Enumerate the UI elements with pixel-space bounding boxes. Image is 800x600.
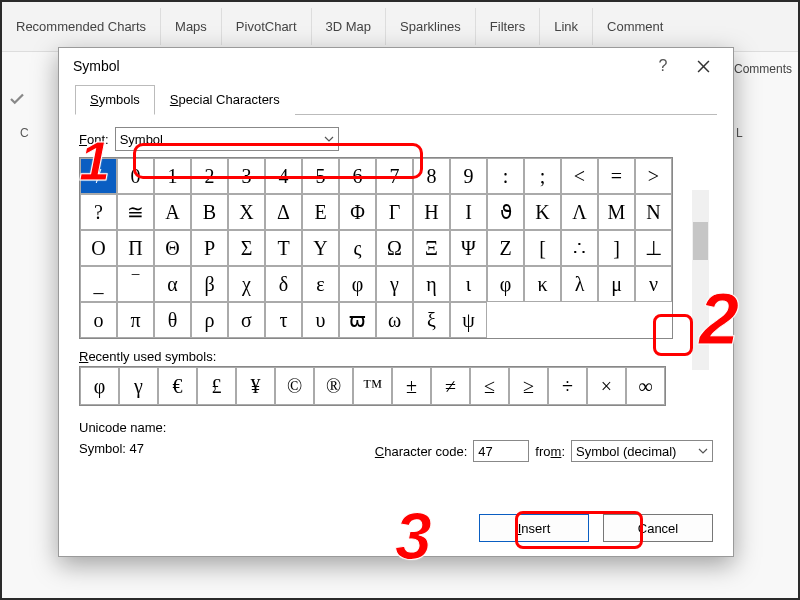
symbol-cell[interactable]: 4 bbox=[265, 158, 302, 194]
tab-special-characters[interactable]: Special Characters bbox=[155, 85, 295, 115]
ribbon-group[interactable]: Filters bbox=[486, 4, 529, 49]
symbol-cell[interactable]: ϖ bbox=[339, 302, 376, 338]
symbol-cell[interactable]: 7 bbox=[376, 158, 413, 194]
symbol-cell[interactable]: ] bbox=[598, 230, 635, 266]
symbol-cell[interactable]: α bbox=[154, 266, 191, 302]
tab-symbols[interactable]: Symbols bbox=[75, 85, 155, 115]
recent-symbol-cell[interactable]: ÷ bbox=[548, 367, 587, 405]
symbol-cell[interactable]: ∴ bbox=[561, 230, 598, 266]
recent-symbol-cell[interactable]: ™ bbox=[353, 367, 392, 405]
symbol-cell[interactable]: φ bbox=[339, 266, 376, 302]
symbol-cell[interactable]: Θ bbox=[154, 230, 191, 266]
font-combobox[interactable]: Symbol bbox=[115, 127, 339, 151]
symbol-cell[interactable]: ‾ bbox=[117, 266, 154, 302]
recent-symbol-cell[interactable]: ∞ bbox=[626, 367, 665, 405]
symbol-cell[interactable]: ν bbox=[635, 266, 672, 302]
ribbon-group[interactable]: Sparklines bbox=[396, 4, 465, 49]
symbol-cell[interactable]: ο bbox=[80, 302, 117, 338]
symbol-cell[interactable]: Ν bbox=[635, 194, 672, 230]
symbol-cell[interactable]: ξ bbox=[413, 302, 450, 338]
symbol-cell[interactable]: Π bbox=[117, 230, 154, 266]
symbol-cell[interactable]: 1 bbox=[154, 158, 191, 194]
symbol-cell[interactable]: 3 bbox=[228, 158, 265, 194]
symbol-cell[interactable]: χ bbox=[228, 266, 265, 302]
symbol-cell[interactable]: Γ bbox=[376, 194, 413, 230]
comments-button[interactable]: Comments bbox=[734, 62, 792, 76]
recent-symbol-cell[interactable]: ≠ bbox=[431, 367, 470, 405]
symbol-cell[interactable]: Β bbox=[191, 194, 228, 230]
ribbon-group[interactable]: PivotChart bbox=[232, 4, 301, 49]
recent-symbol-cell[interactable]: ≥ bbox=[509, 367, 548, 405]
symbol-cell[interactable]: η bbox=[413, 266, 450, 302]
symbol-cell[interactable]: ? bbox=[80, 194, 117, 230]
recent-symbol-cell[interactable]: ® bbox=[314, 367, 353, 405]
column-header[interactable]: L bbox=[736, 126, 743, 140]
symbol-cell[interactable]: = bbox=[598, 158, 635, 194]
symbol-cell[interactable]: Α bbox=[154, 194, 191, 230]
symbol-cell[interactable]: ω bbox=[376, 302, 413, 338]
cancel-button[interactable]: Cancel bbox=[603, 514, 713, 542]
symbol-cell[interactable]: 6 bbox=[339, 158, 376, 194]
symbol-cell[interactable]: δ bbox=[265, 266, 302, 302]
symbol-cell[interactable]: ς bbox=[339, 230, 376, 266]
symbol-cell[interactable]: ≅ bbox=[117, 194, 154, 230]
symbol-cell[interactable]: [ bbox=[524, 230, 561, 266]
symbol-cell[interactable]: κ bbox=[524, 266, 561, 302]
symbol-cell[interactable]: Ξ bbox=[413, 230, 450, 266]
symbol-cell[interactable]: 2 bbox=[191, 158, 228, 194]
symbol-cell[interactable]: Ο bbox=[80, 230, 117, 266]
symbol-cell[interactable]: Ι bbox=[450, 194, 487, 230]
help-button[interactable]: ? bbox=[643, 51, 683, 81]
symbol-cell[interactable]: ι bbox=[450, 266, 487, 302]
character-code-input[interactable] bbox=[473, 440, 529, 462]
symbol-cell[interactable]: < bbox=[561, 158, 598, 194]
symbol-cell[interactable]: Λ bbox=[561, 194, 598, 230]
symbol-cell[interactable]: Ζ bbox=[487, 230, 524, 266]
symbol-cell[interactable]: γ bbox=[376, 266, 413, 302]
recent-symbol-cell[interactable]: £ bbox=[197, 367, 236, 405]
recent-symbol-cell[interactable]: € bbox=[158, 367, 197, 405]
ribbon-group[interactable]: Recommended Charts bbox=[12, 4, 150, 49]
symbol-cell[interactable]: Ψ bbox=[450, 230, 487, 266]
symbol-cell[interactable]: Σ bbox=[228, 230, 265, 266]
ribbon-group[interactable]: Comment bbox=[603, 4, 667, 49]
recent-symbol-cell[interactable]: × bbox=[587, 367, 626, 405]
symbol-cell[interactable]: β bbox=[191, 266, 228, 302]
symbol-cell[interactable]: 8 bbox=[413, 158, 450, 194]
symbol-cell[interactable]: Δ bbox=[265, 194, 302, 230]
close-button[interactable] bbox=[683, 51, 723, 81]
symbol-cell[interactable]: Η bbox=[413, 194, 450, 230]
symbol-cell[interactable]: ; bbox=[524, 158, 561, 194]
symbol-cell[interactable]: μ bbox=[598, 266, 635, 302]
symbol-cell[interactable]: ρ bbox=[191, 302, 228, 338]
symbol-cell[interactable]: Μ bbox=[598, 194, 635, 230]
symbol-cell[interactable]: σ bbox=[228, 302, 265, 338]
symbol-cell[interactable]: υ bbox=[302, 302, 339, 338]
recent-symbol-cell[interactable]: φ bbox=[80, 367, 119, 405]
ribbon-group[interactable]: Link bbox=[550, 4, 582, 49]
symbol-cell[interactable]: λ bbox=[561, 266, 598, 302]
symbol-cell[interactable]: Χ bbox=[228, 194, 265, 230]
insert-button[interactable]: Insert bbox=[479, 514, 589, 542]
symbol-cell[interactable]: Υ bbox=[302, 230, 339, 266]
symbol-cell[interactable]: : bbox=[487, 158, 524, 194]
recent-symbol-cell[interactable]: ± bbox=[392, 367, 431, 405]
recent-symbol-cell[interactable]: γ bbox=[119, 367, 158, 405]
symbol-cell[interactable]: ε bbox=[302, 266, 339, 302]
symbol-cell[interactable]: ⊥ bbox=[635, 230, 672, 266]
recent-symbol-cell[interactable]: © bbox=[275, 367, 314, 405]
symbol-cell[interactable]: ϑ bbox=[487, 194, 524, 230]
symbol-cell[interactable]: π bbox=[117, 302, 154, 338]
ribbon-group[interactable]: 3D Map bbox=[322, 4, 376, 49]
symbol-cell[interactable]: Φ bbox=[339, 194, 376, 230]
scrollbar-thumb[interactable] bbox=[693, 222, 708, 260]
symbol-cell[interactable]: 9 bbox=[450, 158, 487, 194]
recent-symbol-cell[interactable]: ≤ bbox=[470, 367, 509, 405]
symbol-cell[interactable]: θ bbox=[154, 302, 191, 338]
symbol-cell[interactable]: _ bbox=[80, 266, 117, 302]
symbol-cell[interactable]: 0 bbox=[117, 158, 154, 194]
symbol-cell[interactable]: τ bbox=[265, 302, 302, 338]
symbol-cell[interactable]: ψ bbox=[450, 302, 487, 338]
symbol-cell[interactable]: Ρ bbox=[191, 230, 228, 266]
symbol-cell[interactable]: > bbox=[635, 158, 672, 194]
